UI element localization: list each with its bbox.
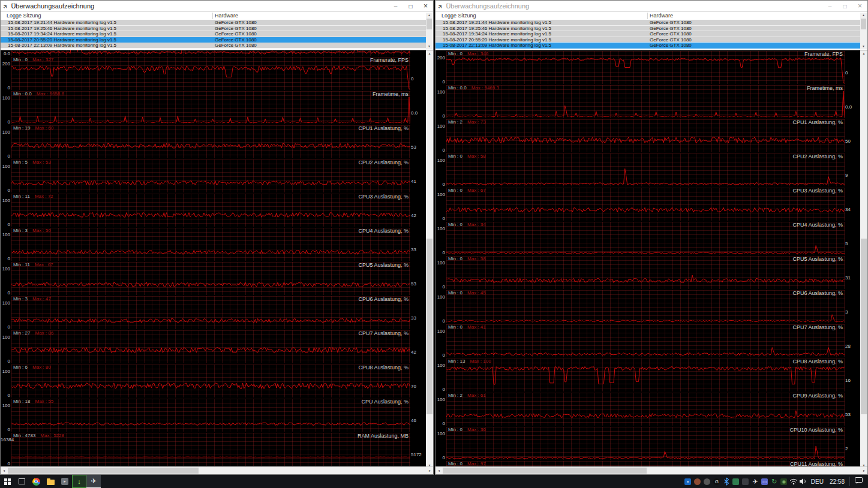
scroll-thumb[interactable] — [427, 19, 432, 29]
volume-icon[interactable] — [798, 475, 808, 488]
session-row[interactable]: 15-08-2017 19:21:44 Hardware monitoring … — [1, 20, 426, 26]
min-label: Min : 0.0 — [448, 85, 467, 91]
titlebar[interactable]: ✈ Überwachungsaufzeichnung – □ × — [435, 1, 867, 11]
current-value: 3 — [845, 309, 860, 315]
list-scrollbar[interactable]: ▲ ▼ — [426, 13, 433, 49]
current-value: 0 — [845, 70, 860, 76]
graph-scrollbar[interactable]: ▲ ▼ — [426, 50, 433, 469]
scroll-up-icon[interactable]: ▲ — [426, 50, 433, 57]
tray-green-app-icon[interactable] — [731, 475, 741, 488]
chart-strip: Min : 6Max : 80CPU8 Auslastung, %100070 — [1, 364, 426, 398]
tray-blue-app-icon[interactable]: ▪ — [683, 475, 693, 488]
scroll-down-icon[interactable]: ▼ — [860, 44, 867, 49]
session-row[interactable]: 15-08-2017 19:25:46 Hardware monitoring … — [1, 26, 426, 32]
network-icon[interactable] — [789, 475, 798, 488]
maximize-button[interactable]: □ — [837, 1, 852, 11]
chart-strip: Min : 18Max : 55CPU Auslastung, %100046 — [1, 398, 426, 432]
chart-strip: Min : 0Max : 34CPU4 Auslastung, %10005 — [435, 221, 860, 255]
session-row[interactable]: 15-08-2017 20:55:20 Hardware monitoring … — [435, 37, 860, 43]
app-plane-icon: ✈ — [1, 2, 10, 10]
session-row[interactable]: 15-08-2017 19:34:24 Hardware monitoring … — [435, 31, 860, 37]
scroll-right-icon[interactable]: ► — [861, 467, 867, 474]
horizontal-scrollbar[interactable]: ◄ ► — [1, 466, 433, 474]
session-list-header[interactable]: Logge Sitzung Hardware — [1, 12, 426, 20]
session-row[interactable]: 15-08-2017 19:25:46 Hardware monitoring … — [435, 26, 860, 32]
tray-dark-app-icon[interactable] — [741, 475, 750, 488]
session-cell: 15-08-2017 19:25:46 Hardware monitoring … — [443, 26, 551, 31]
scroll-up-icon[interactable]: ▲ — [860, 50, 867, 57]
max-label: Max : 34 — [467, 222, 486, 227]
session-row[interactable]: 15-08-2017 19:21:44 Hardware monitoring … — [435, 20, 860, 26]
taskbar-explorer-button[interactable] — [43, 475, 58, 488]
session-row[interactable]: 15-08-2017 19:34:24 Hardware monitoring … — [1, 31, 426, 37]
minmax-label: Min : 3Max : 50 — [13, 228, 51, 233]
axis-max-label: 100 — [435, 226, 445, 231]
minimize-button[interactable]: – — [822, 1, 837, 11]
session-row[interactable]: 15-08-2017 22:13:09 Hardware monitoring … — [435, 43, 860, 49]
column-header-hardware[interactable]: Hardware — [650, 13, 673, 19]
scroll-thumb[interactable] — [443, 468, 647, 474]
scroll-left-icon[interactable]: ◄ — [435, 467, 442, 474]
logitech-g-icon[interactable]: G — [712, 475, 722, 488]
desktop: ✈ Überwachungsaufzeichnung – □ × Logge S… — [0, 0, 868, 488]
scroll-thumb[interactable] — [8, 468, 199, 474]
scroll-thumb[interactable] — [861, 239, 867, 414]
min-label: Min : 0 — [448, 188, 462, 193]
axis-min-label: 0 — [1, 461, 10, 466]
minimize-button[interactable]: – — [388, 1, 403, 11]
tray-green-app-glyph — [732, 478, 739, 485]
tray-nvidia-app-icon[interactable]: ◉ — [779, 475, 789, 488]
session-list: Logge Sitzung Hardware 15-08-2017 19:21:… — [1, 11, 433, 50]
scroll-down-icon[interactable]: ▼ — [426, 44, 433, 49]
session-list-header[interactable]: Logge Sitzung Hardware — [435, 12, 860, 20]
taskbar-monitoring-app-button[interactable]: ✈ — [86, 475, 101, 488]
language-indicator[interactable]: DEU — [808, 478, 827, 485]
chart-title: CPU5 Auslastung, % — [792, 256, 843, 262]
min-label: Min : 11 — [13, 194, 30, 199]
chart-strip: Min : 3Max : 50CPU4 Auslastung, %100033 — [1, 227, 426, 261]
sync-icon[interactable]: ↻ — [770, 475, 779, 488]
min-label: Min : 0.0 — [13, 91, 32, 97]
start-button[interactable] — [0, 475, 14, 488]
axis-min-label: 0 — [435, 147, 445, 153]
taskbar-chrome-button[interactable] — [29, 475, 43, 488]
axis-min-label: 0.0 — [1, 51, 10, 56]
tray-gray-app-icon[interactable] — [702, 475, 712, 488]
taskbar-download-app-button[interactable]: ↓ — [72, 475, 86, 488]
titlebar[interactable]: ✈ Überwachungsaufzeichnung – □ × — [1, 1, 433, 11]
bluetooth-icon[interactable] — [722, 475, 731, 488]
graph-scrollbar[interactable]: ▲ ▼ — [860, 50, 867, 469]
close-button[interactable]: × — [418, 1, 433, 11]
max-label: Max : 86 — [35, 330, 53, 336]
scroll-left-icon[interactable]: ◄ — [1, 467, 7, 474]
chart-plot — [446, 290, 845, 323]
session-cell: 15-08-2017 19:25:46 Hardware monitoring … — [8, 26, 116, 31]
chart-title: RAM Auslastung, MB — [358, 433, 409, 439]
session-row[interactable]: 15-08-2017 20:55:20 Hardware monitoring … — [1, 37, 426, 43]
task-view-button[interactable] — [14, 475, 29, 488]
action-center-icon[interactable] — [854, 476, 863, 487]
chart-title: Framerate, FPS — [370, 57, 409, 63]
tray-monitor-app-icon[interactable]: ▭ — [760, 475, 770, 488]
list-scrollbar[interactable]: ▲ ▼ — [860, 13, 867, 49]
session-cell: 15-08-2017 22:13:09 Hardware monitoring … — [8, 43, 116, 48]
taskbar-app-button[interactable]: ▸ — [58, 475, 72, 488]
min-label: Min : 2 — [448, 393, 462, 398]
taskbar-clock[interactable]: 22:58 — [827, 478, 848, 485]
column-header-hardware[interactable]: Hardware — [215, 13, 238, 19]
scroll-thumb[interactable] — [427, 239, 433, 414]
horizontal-scrollbar[interactable]: ◄ ► — [435, 466, 867, 474]
maximize-button[interactable]: □ — [403, 1, 418, 11]
scroll-up-icon[interactable]: ▲ — [860, 13, 867, 18]
column-divider[interactable] — [212, 13, 213, 19]
session-row[interactable]: 15-08-2017 22:13:09 Hardware monitoring … — [1, 43, 426, 49]
close-button[interactable]: × — [852, 1, 867, 11]
scroll-thumb[interactable] — [861, 19, 866, 29]
column-header-session[interactable]: Logge Sitzung — [441, 13, 476, 19]
afterburner-plane-icon[interactable]: ✈ — [750, 475, 760, 488]
tray-red-app-icon[interactable] — [693, 475, 702, 488]
column-header-session[interactable]: Logge Sitzung — [7, 13, 41, 19]
scroll-up-icon[interactable]: ▲ — [426, 13, 433, 18]
scroll-right-icon[interactable]: ► — [427, 467, 433, 474]
column-divider[interactable] — [647, 13, 648, 19]
